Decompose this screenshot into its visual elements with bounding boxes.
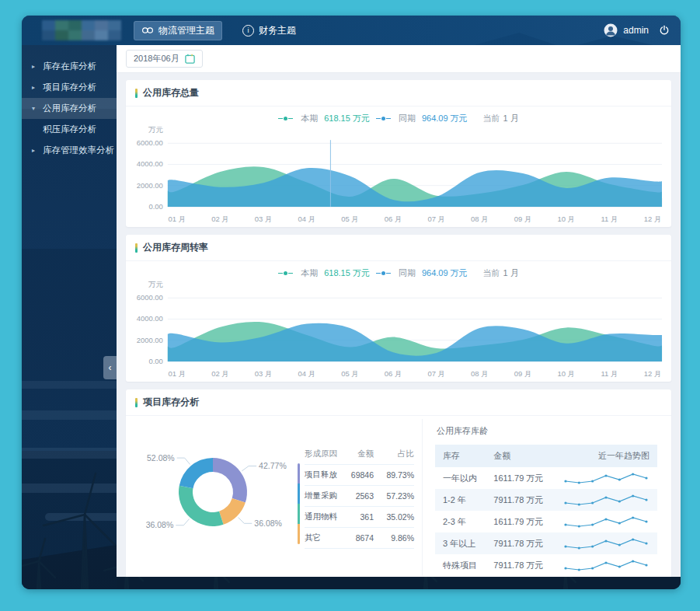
age-pane: 公用库存库龄 库存金额近一年趋势图一年以内1611.79 万元1-2 年7911… <box>423 419 671 576</box>
username: admin <box>623 25 649 36</box>
svg-text:09 月: 09 月 <box>514 215 532 223</box>
svg-text:04 月: 04 月 <box>298 369 315 378</box>
sidebar-item-label: 积压库存分析 <box>43 124 96 135</box>
legend-prev-label: 同期 <box>399 267 416 279</box>
svg-text:09 月: 09 月 <box>514 369 532 378</box>
card-project-analysis: 项目库存分析 42.77%36.08%36.08%52.08% 形成原因金额占比… <box>126 389 671 577</box>
svg-text:2000.00: 2000.00 <box>137 336 163 344</box>
sidebar-item-project-stock[interactable]: ▸项目库存分析 <box>22 77 117 98</box>
svg-text:06 月: 06 月 <box>385 215 402 223</box>
svg-text:6000.00: 6000.00 <box>137 138 163 147</box>
trend-sparkline <box>562 492 650 508</box>
tab-label: 财务主题 <box>259 24 296 37</box>
svg-text:02 月: 02 月 <box>211 369 229 378</box>
sidebar-item-efficiency[interactable]: ▸库存管理效率分析 <box>22 140 117 161</box>
legend-current-icon <box>278 117 293 120</box>
chevron-left-icon: ‹ <box>109 362 112 373</box>
turnover-area-chart[interactable]: 0.002000.004000.006000.00万元01 月02 月03 月0… <box>126 279 671 382</box>
sidebar-collapse-handle[interactable]: ‹ <box>103 356 117 379</box>
trend-sparkline <box>562 536 650 551</box>
reason-table-row: 通用物料36135.02% <box>305 507 414 528</box>
title-accent-bar <box>135 243 138 253</box>
app-window: 物流管理主题 i 财务主题 admin ▸库存在库分析▸项目库存分析▾公用库存分… <box>22 16 681 589</box>
card-title-row: 公用库存周转率 <box>126 235 671 261</box>
user-area: admin <box>604 23 670 37</box>
svg-text:4000.00: 4000.00 <box>137 314 163 323</box>
title-accent-bar <box>135 398 138 407</box>
section-title: 公用库存周转率 <box>143 241 208 254</box>
reason-donut-chart[interactable]: 42.77%36.08%36.08%52.08% <box>131 424 300 557</box>
legend-now: 当前1 月 <box>483 113 519 124</box>
trend-sparkline <box>562 557 650 573</box>
sidebar-item-label: 项目库存分析 <box>43 82 96 93</box>
sidebar-item-public-stock[interactable]: ▾公用库存分析 <box>22 98 117 119</box>
legend-current-value: 618.15 万元 <box>324 267 370 279</box>
trend-sparkline <box>562 470 650 486</box>
date-picker[interactable]: 2018年06月 <box>126 50 203 68</box>
svg-text:10 月: 10 月 <box>557 369 575 378</box>
chevron-down-icon: ▾ <box>32 105 38 112</box>
svg-text:10 月: 10 月 <box>557 215 575 223</box>
svg-text:11 月: 11 月 <box>601 369 618 378</box>
tab-finance-theme[interactable]: i 财务主题 <box>235 21 304 40</box>
legend-prev-icon <box>376 117 391 120</box>
chart-legend: 本期 618.15 万元 同期 964.09 万元 当前1 月 <box>126 261 671 279</box>
svg-text:36.08%: 36.08% <box>254 518 282 528</box>
sidebar-item-label: 库存管理效率分析 <box>43 145 114 156</box>
sidebar-item-stock-in-stock[interactable]: ▸库存在库分析 <box>22 56 117 77</box>
legend-current-value: 618.15 万元 <box>324 113 370 124</box>
user-avatar-icon[interactable] <box>604 23 618 37</box>
svg-text:08 月: 08 月 <box>471 215 489 223</box>
age-table-row: 特殊项目7911.78 万元 <box>435 554 657 576</box>
svg-text:0.00: 0.00 <box>148 202 162 211</box>
chevron-right-icon: ▸ <box>32 147 38 154</box>
svg-text:03 月: 03 月 <box>255 369 273 378</box>
stock-total-area-chart[interactable]: 0.002000.004000.006000.00万元01 月02 月03 月0… <box>126 124 671 227</box>
legend-prev-icon <box>376 271 391 275</box>
chevron-right-icon: ▸ <box>32 63 38 70</box>
tab-label: 物流管理主题 <box>158 24 214 37</box>
svg-text:07 月: 07 月 <box>427 369 445 378</box>
card-turnover: 公用库存周转率 本期 618.15 万元 同期 964.09 万元 当前1 月 … <box>126 235 671 382</box>
section-title: 项目库存分析 <box>143 396 199 409</box>
age-table-row: 2-3 年1611.79 万元 <box>435 511 657 532</box>
sidebar: ▸库存在库分析▸项目库存分析▾公用库存分析积压库存分析▸库存管理效率分析 <box>22 45 117 589</box>
reason-table-row: 增量采购256357.23% <box>305 486 414 507</box>
power-icon[interactable] <box>659 25 670 36</box>
svg-text:万元: 万元 <box>148 125 163 134</box>
svg-text:06 月: 06 月 <box>385 369 402 378</box>
link-circles-icon <box>141 26 154 35</box>
logo <box>42 20 121 40</box>
svg-text:36.08%: 36.08% <box>146 520 174 529</box>
age-table-header: 库存金额近一年趋势图 <box>435 445 657 467</box>
svg-text:05 月: 05 月 <box>341 369 359 378</box>
chevron-right-icon: ▸ <box>32 84 38 91</box>
svg-text:08 月: 08 月 <box>471 369 489 378</box>
app-header: 物流管理主题 i 财务主题 admin <box>22 16 681 45</box>
tab-logistics-theme[interactable]: 物流管理主题 <box>134 21 222 40</box>
card-title-row: 公用库存总量 <box>126 80 671 106</box>
section-title: 公用库存总量 <box>143 86 199 100</box>
legend-current-label: 本期 <box>301 267 318 279</box>
svg-text:02 月: 02 月 <box>211 215 229 223</box>
age-table: 库存金额近一年趋势图一年以内1611.79 万元1-2 年7911.78 万元2… <box>435 445 657 576</box>
svg-text:52.08%: 52.08% <box>147 453 175 463</box>
sidebar-item-backlog-stock[interactable]: 积压库存分析 <box>22 119 117 140</box>
reason-table-row: 其它86749.86% <box>305 528 414 549</box>
reason-color-bar <box>298 463 300 544</box>
age-table-row: 1-2 年7911.78 万元 <box>435 489 657 511</box>
age-table-title: 公用库存库龄 <box>437 425 657 437</box>
legend-prev-value: 964.09 万元 <box>422 113 468 124</box>
cards-area: 公用库存总量 本期 618.15 万元 同期 964.09 万元 当前1 月 0… <box>117 73 681 577</box>
legend-prev-value: 964.09 万元 <box>422 267 468 279</box>
svg-text:0.00: 0.00 <box>148 357 162 365</box>
svg-text:01 月: 01 月 <box>168 369 186 378</box>
svg-text:12 月: 12 月 <box>644 369 662 378</box>
svg-text:04 月: 04 月 <box>298 215 315 223</box>
sidebar-item-label: 库存在库分析 <box>43 61 96 72</box>
date-value: 2018年06月 <box>134 53 179 65</box>
reason-table-header: 形成原因金额占比 <box>305 444 414 465</box>
toolbar: 2018年06月 <box>117 45 681 73</box>
title-accent-bar <box>135 89 138 98</box>
age-table-row: 3 年以上7911.78 万元 <box>435 532 657 554</box>
